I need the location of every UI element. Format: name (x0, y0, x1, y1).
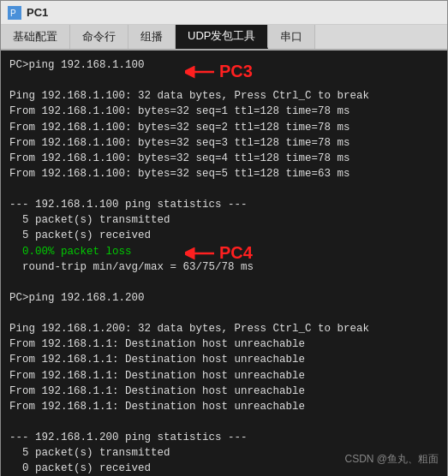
line-20: From 192.168.1.1: Destination host unrea… (9, 352, 439, 367)
pc4-label: PC4 (219, 241, 253, 265)
line-22: From 192.168.1.1: Destination host unrea… (9, 384, 439, 399)
line-3: Ping 192.168.1.100: 32 data bytes, Press… (9, 88, 439, 104)
line-16: PC>ping 192.168.1.200 (9, 290, 439, 306)
terminal-lines-2: Ping 192.168.1.200: 32 data bytes, Press… (9, 306, 439, 476)
line-19: From 192.168.1.1: Destination host unrea… (9, 336, 439, 352)
line-24 (9, 414, 439, 430)
line-5: From 192.168.1.100: bytes=32 seq=2 ttl=1… (9, 120, 439, 135)
line-21: From 192.168.1.1: Destination host unrea… (9, 368, 439, 384)
line-23: From 192.168.1.1: Destination host unrea… (9, 399, 439, 414)
line-25: --- 192.168.1.200 ping statistics --- (9, 430, 439, 445)
watermark: CSDN @鱼丸、粗面 (344, 452, 439, 467)
line-6: From 192.168.1.100: bytes=32 seq=3 ttl=1… (9, 135, 439, 151)
tab-udp-tool[interactable]: UDP发包工具 (176, 25, 268, 49)
window-title: PC1 (27, 6, 48, 19)
tab-basic-config[interactable]: 基础配置 (1, 25, 70, 49)
line-17 (9, 306, 439, 321)
tab-bar: 基础配置 命令行 组播 UDP发包工具 串口 (1, 25, 447, 51)
window-icon: P (8, 6, 21, 20)
line-8: From 192.168.1.100: bytes=32 seq=5 ttl=1… (9, 166, 439, 181)
pc3-label: PC3 (219, 59, 253, 84)
svg-text:P: P (10, 9, 16, 18)
terminal-lines: PC>ping 192.168.1.100 Ping 192.168.1.100… (9, 57, 439, 306)
pc4-arrow-icon (185, 244, 218, 263)
window: P PC1 基础配置 命令行 组播 UDP发包工具 串口 PC3 PC> (0, 0, 448, 476)
line-7: From 192.168.1.100: bytes=32 seq=4 ttl=1… (9, 151, 439, 166)
line-18: Ping 192.168.1.200: 32 data bytes, Press… (9, 321, 439, 336)
line-10: --- 192.168.1.100 ping statistics --- (9, 197, 439, 212)
title-bar: P PC1 (1, 1, 447, 25)
line-9 (9, 181, 439, 197)
terminal: PC3 PC>ping 192.168.1.100 Ping 192.168.1… (1, 51, 447, 476)
tab-command-line[interactable]: 命令行 (70, 25, 128, 49)
line-4: From 192.168.1.100: bytes=32 seq=1 ttl=1… (9, 104, 439, 119)
pc3-annotation: PC3 (185, 59, 253, 84)
tab-serial[interactable]: 串口 (268, 25, 315, 49)
line-15 (9, 275, 439, 290)
pc4-annotation: PC4 (185, 241, 253, 265)
line-11: 5 packet(s) transmitted (9, 212, 439, 228)
tab-multicast[interactable]: 组播 (128, 25, 176, 49)
pc3-arrow-icon (185, 62, 218, 81)
